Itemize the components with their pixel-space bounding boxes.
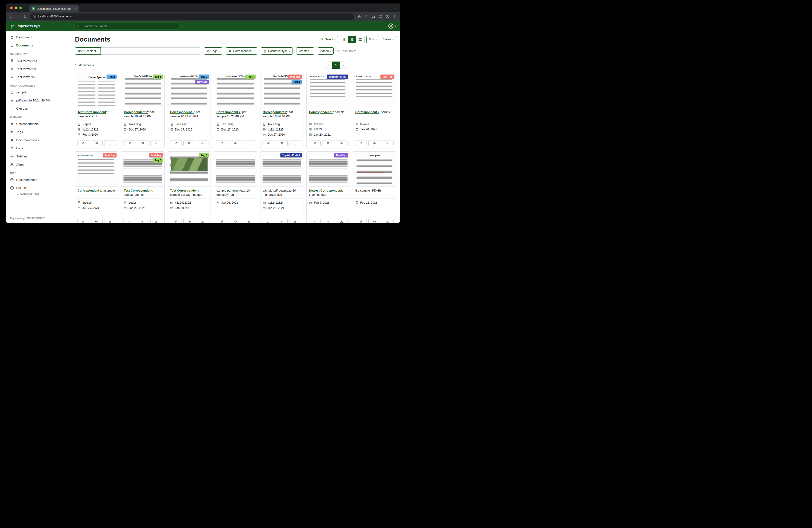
new-tab-button[interactable]: + <box>82 7 85 11</box>
document-card[interactable]: TagWithPartial sample-pdf-download-10-mb… <box>260 152 303 223</box>
edit-button[interactable] <box>309 219 321 223</box>
correspondent-link[interactable]: Correspondent 2 <box>77 189 102 192</box>
tag-badge[interactable]: Tag 3 <box>153 158 163 163</box>
sidebar-item-close-all[interactable]: Close all <box>6 104 71 113</box>
filter-field-button[interactable]: Title & content ▾ <box>75 47 101 55</box>
document-card[interactable]: Lorem ipsum file-sample_150kBs <box>353 152 396 223</box>
filter-text-input[interactable] <box>101 47 200 55</box>
view-button[interactable] <box>137 140 149 146</box>
view-detail-button[interactable] <box>356 36 364 43</box>
document-thumbnail[interactable]: NewOne <box>307 152 349 187</box>
sidebar-item-correspondents[interactable]: Correspondents <box>6 120 71 128</box>
view-button[interactable] <box>137 219 149 223</box>
document-card[interactable]: Adobe Acrobat PDF Files Tag 2 NewOne <box>168 73 211 148</box>
correspondent-link[interactable]: Test Correspondent <box>77 110 106 114</box>
download-button[interactable] <box>289 219 301 223</box>
correspondent-link[interactable]: Correspondent 2 <box>216 110 241 114</box>
view-button[interactable] <box>184 140 195 146</box>
tags-filter-button[interactable]: Tags ▾ <box>204 47 222 55</box>
view-button[interactable] <box>368 140 380 146</box>
edit-button[interactable] <box>77 140 89 146</box>
sidebar-item-saved-view-any[interactable]: Test View ANY <box>6 65 71 73</box>
document-card[interactable]: sample-pdf-download-10-mb copy_red Jan 2… <box>214 152 257 223</box>
select-button[interactable]: Select ▾ <box>318 36 338 43</box>
app-brand[interactable]: Paperless-ngx <box>6 24 71 28</box>
document-thumbnail[interactable]: TagWithPartial <box>260 152 303 187</box>
edit-button[interactable] <box>263 219 274 223</box>
download-button[interactable] <box>104 219 116 223</box>
created-filter-button[interactable]: Created ▾ <box>296 47 314 55</box>
zoom-window-button[interactable] <box>19 6 22 9</box>
document-thumbnail[interactable] <box>214 152 257 187</box>
sidebar-item-documentation[interactable]: Documentation <box>6 176 71 184</box>
view-button[interactable] <box>230 140 242 146</box>
download-button[interactable] <box>197 140 208 146</box>
download-button[interactable] <box>382 140 394 146</box>
document-card[interactable]: Test Tag Tag 3 Test Correspondent: sampl… <box>121 152 164 223</box>
minimize-window-button[interactable] <box>15 6 17 9</box>
sidebar-item-admin[interactable]: Admin <box>6 160 71 169</box>
document-thumbnail[interactable]: Tag 3 <box>168 152 211 187</box>
view-grid-button[interactable] <box>348 36 356 43</box>
document-thumbnail[interactable]: Adobe Acrobat PDF Files Tag 3 <box>214 73 257 108</box>
document-card[interactable]: Adobe Acrobat PDF Files Tag 3 <box>214 73 257 148</box>
browser-profile-icon[interactable] <box>386 15 390 18</box>
edit-button[interactable] <box>124 219 135 223</box>
document-card[interactable]: Lorem Ipsum Tag 2 Test Corre <box>75 73 118 148</box>
browser-menu-icon[interactable]: ⋮ <box>393 14 396 18</box>
correspondent-link[interactable]: Test Correspondent <box>170 189 199 192</box>
document-thumbnail[interactable]: A Simple PDF File Test Tag <box>75 152 118 187</box>
document-thumbnail[interactable]: Lorem ipsum <box>353 152 396 187</box>
extensions-icon[interactable] <box>372 15 375 18</box>
download-button[interactable] <box>104 140 116 146</box>
correspondent-link[interactable]: Correspondent 2 <box>309 110 333 114</box>
sidebar-item-document-types[interactable]: Document types <box>6 136 71 144</box>
correspondent-link[interactable]: Correspondent 2 <box>356 110 379 114</box>
sidebar-item-open-doc-pdf-sample[interactable]: pdf-sample 10.24.48 PM <box>6 96 71 104</box>
document-card[interactable]: Adobe Acrobat PDF Files Tag 3 <box>121 73 164 148</box>
tag-badge[interactable]: Test Tag <box>380 74 394 79</box>
document-card[interactable]: Tag 3 Test Correspondent: sample-pdf-wit… <box>168 152 211 223</box>
tag-badge[interactable]: Tag 3 <box>153 74 163 79</box>
document-card[interactable]: A Simple PDF File Test Tag C <box>353 73 396 148</box>
document-thumbnail[interactable]: A Simple PDF File Test Tag <box>353 73 396 108</box>
next-page-button[interactable]: » <box>339 61 347 69</box>
document-thumbnail[interactable]: Adobe Acrobat PDF Files Tag 3 <box>121 73 164 108</box>
edit-button[interactable] <box>124 140 135 146</box>
document-thumbnail[interactable]: Lorem Ipsum Tag 2 <box>75 73 118 108</box>
user-menu[interactable]: ▾ <box>388 23 396 29</box>
view-button[interactable] <box>276 140 288 146</box>
download-button[interactable] <box>150 219 162 223</box>
suggest-idea-link[interactable]: Suggest an idea <box>6 192 71 195</box>
download-button[interactable] <box>150 140 162 146</box>
tag-badge[interactable]: Tag 2 <box>292 80 302 84</box>
edit-button[interactable] <box>170 219 182 223</box>
sidebar-item-open-doc-sample[interactable]: sample <box>6 88 71 96</box>
sidebar-item-tags[interactable]: Tags <box>6 128 71 136</box>
document-card[interactable]: A Simple PDF File TagWithPartial <box>306 73 350 148</box>
previous-page-button[interactable]: « <box>325 61 332 69</box>
reset-filters-button[interactable]: × Reset filters <box>337 49 356 53</box>
sidebar-item-documents[interactable]: Documents <box>6 41 71 49</box>
correspondent-link[interactable]: Correspondent 2 <box>263 110 287 114</box>
site-info-icon[interactable]: ⓘ <box>33 15 36 18</box>
edit-button[interactable] <box>77 219 89 223</box>
sidebar-item-logs[interactable]: Logs <box>6 144 71 152</box>
document-thumbnail[interactable]: Adobe Acrobat PDF Files Test Tag Tag 2 <box>260 73 303 108</box>
tab-search-chevron-icon[interactable]: ▾ <box>395 7 396 10</box>
sidebar-item-saved-view-not[interactable]: Test View NOT <box>6 73 71 81</box>
document-card[interactable]: Adobe Acrobat PDF Files Test Tag Tag 2 <box>260 73 303 148</box>
document-thumbnail[interactable]: Adobe Acrobat PDF Files Tag 2 NewOne <box>168 73 211 108</box>
download-button[interactable] <box>243 219 255 223</box>
download-button[interactable] <box>197 219 208 223</box>
correspondent-link[interactable]: Correspondent 2 <box>170 110 194 114</box>
tag-badge[interactable]: NewOne <box>195 80 209 84</box>
view-button[interactable] <box>322 140 334 146</box>
share-icon[interactable] <box>358 15 361 18</box>
sidebar-item-saved-view-and[interactable]: Test View AND <box>6 57 71 65</box>
close-window-button[interactable] <box>10 6 13 9</box>
tag-badge[interactable]: Tag 3 <box>199 153 209 157</box>
tag-badge[interactable]: NewOne <box>334 153 348 157</box>
download-button[interactable] <box>382 219 394 223</box>
view-button[interactable] <box>91 219 103 223</box>
